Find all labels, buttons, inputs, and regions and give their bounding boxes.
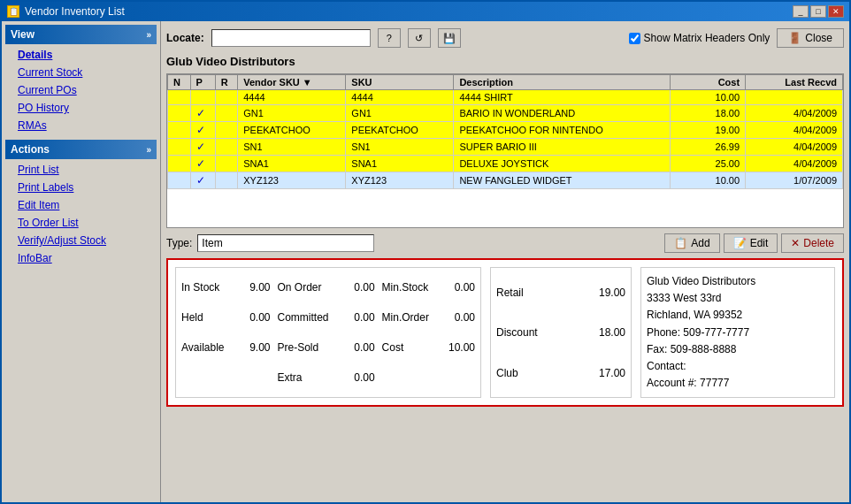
table-body: 4444 4444 4444 SHIRT 10.00 ✓ GN1 GN1 xyxy=(168,90,843,189)
club-label: Club xyxy=(496,367,556,379)
cell-sku: SNA1 xyxy=(346,156,454,172)
save-button[interactable]: 💾 xyxy=(438,28,461,48)
show-matrix-checkbox[interactable] xyxy=(629,33,640,44)
col-header-last-recvd[interactable]: Last Recvd xyxy=(746,75,843,90)
committed-value: 0.00 xyxy=(338,311,375,324)
min-order-label: Min.Order xyxy=(382,311,431,324)
cell-vendor-sku: SNA1 xyxy=(238,156,346,172)
cell-description: BARIO IN WONDERLAND xyxy=(454,105,670,122)
cell-n xyxy=(168,139,191,156)
sidebar-item-to-order-list[interactable]: To Order List xyxy=(5,214,157,232)
available-label: Available xyxy=(181,341,226,354)
help-button[interactable]: ? xyxy=(378,28,401,48)
table-row[interactable]: ✓ SN1 SN1 SUPER BARIO III 26.99 4/04/200… xyxy=(168,139,843,156)
sidebar-item-print-list[interactable]: Print List xyxy=(5,161,157,179)
edit-icon: 📝 xyxy=(733,237,747,249)
cell-cost: 25.00 xyxy=(670,156,745,172)
cell-sku: GN1 xyxy=(346,105,454,122)
retail-value: 19.00 xyxy=(571,286,625,299)
cell-sku: 4444 xyxy=(346,90,454,105)
sidebar-item-current-stock[interactable]: Current Stock xyxy=(5,64,157,81)
min-stock-label: Min.Stock xyxy=(382,281,431,294)
col-header-p[interactable]: P xyxy=(190,75,215,90)
col-header-cost[interactable]: Cost xyxy=(670,75,745,90)
sidebar-item-current-pos[interactable]: Current POs xyxy=(5,81,157,99)
sidebar-item-verify-adjust[interactable]: Verify/Adjust Stock xyxy=(5,232,157,249)
cell-cost: 18.00 xyxy=(670,105,745,122)
cell-last-recvd: 4/04/2009 xyxy=(746,122,843,139)
cell-n xyxy=(168,105,191,122)
cell-last-recvd xyxy=(746,90,843,105)
edit-label: Edit xyxy=(750,237,769,249)
view-chevron-icon: » xyxy=(146,30,151,40)
actions-chevron-icon: » xyxy=(146,145,151,155)
table-row[interactable]: 4444 4444 4444 SHIRT 10.00 xyxy=(168,90,843,105)
toolbar: Locate: ? ↺ 💾 Show Matrix Headers Only 🚪… xyxy=(166,27,844,50)
col-header-description[interactable]: Description xyxy=(454,75,670,90)
vendor-account: Account #: 77777 xyxy=(647,375,829,392)
stock-grid: In Stock 9.00 On Order 0.00 Min.Stock 0.… xyxy=(175,267,481,398)
locate-input[interactable] xyxy=(211,29,371,47)
actions-section-header[interactable]: Actions » xyxy=(5,140,157,159)
cost-label: Cost xyxy=(382,341,431,354)
locate-label: Locate: xyxy=(166,32,204,44)
cell-p: ✓ xyxy=(190,156,215,172)
close-button[interactable]: 🚪 Close xyxy=(777,28,844,48)
delete-button[interactable]: ✕ Delete xyxy=(781,233,844,253)
sidebar: View » Details Current Stock Current POs… xyxy=(2,21,161,502)
cell-vendor-sku: PEEKATCHOO xyxy=(238,122,346,139)
add-button[interactable]: 📋 Add xyxy=(664,233,719,253)
close-icon: 🚪 xyxy=(788,32,801,44)
view-section-header[interactable]: View » xyxy=(5,25,157,44)
cell-sku: XYZ123 xyxy=(346,172,454,189)
retail-label: Retail xyxy=(496,286,556,299)
vendor-fax: Fax: 509-888-8888 xyxy=(647,341,829,358)
cell-r xyxy=(215,139,238,156)
vendor-name: Glub Video Distributors xyxy=(647,273,829,290)
sidebar-item-infobar[interactable]: InfoBar xyxy=(5,249,157,267)
cost-value: 10.00 xyxy=(438,341,475,354)
table-row[interactable]: ✓ GN1 GN1 BARIO IN WONDERLAND 18.00 4/04… xyxy=(168,105,843,122)
window-close-button[interactable]: ✕ xyxy=(828,5,844,18)
title-bar: 📋 Vendor Inventory List _ □ ✕ xyxy=(2,2,849,21)
cell-n xyxy=(168,172,191,189)
col-header-vendor-sku[interactable]: Vendor SKU ▼ xyxy=(238,75,346,90)
discount-value: 18.00 xyxy=(571,326,625,339)
sidebar-item-print-labels[interactable]: Print Labels xyxy=(5,179,157,196)
edit-button[interactable]: 📝 Edit xyxy=(724,233,778,253)
cell-vendor-sku: GN1 xyxy=(238,105,346,122)
window-title: Vendor Inventory List xyxy=(25,5,125,18)
sidebar-item-po-history[interactable]: PO History xyxy=(5,99,157,117)
view-items: Details Current Stock Current POs PO His… xyxy=(5,46,157,134)
sidebar-item-edit-item[interactable]: Edit Item xyxy=(5,196,157,214)
cell-n xyxy=(168,156,191,172)
main-content: View » Details Current Stock Current POs… xyxy=(2,21,849,502)
prices-grid: Retail 19.00 Discount 18.00 Club 17.00 xyxy=(490,267,632,398)
committed-label: Committed xyxy=(278,311,331,324)
col-header-sku[interactable]: SKU xyxy=(346,75,454,90)
table-row[interactable]: ✓ SNA1 SNA1 DELUXE JOYSTICK 25.00 4/04/2… xyxy=(168,156,843,172)
col-header-r[interactable]: R xyxy=(215,75,238,90)
delete-label: Delete xyxy=(803,237,834,249)
main-window: 📋 Vendor Inventory List _ □ ✕ View » Det… xyxy=(0,0,851,504)
cell-last-recvd: 4/04/2009 xyxy=(746,156,843,172)
sidebar-item-details[interactable]: Details xyxy=(5,46,157,64)
extra-value: 0.00 xyxy=(338,371,375,384)
cell-cost: 10.00 xyxy=(670,90,745,105)
action-buttons: 📋 Add 📝 Edit ✕ Delete xyxy=(664,233,844,253)
held-value: 0.00 xyxy=(234,311,271,324)
vendor-contact: Contact: xyxy=(647,358,829,375)
cell-p: ✓ xyxy=(190,105,215,122)
sidebar-item-rmas[interactable]: RMAs xyxy=(5,117,157,134)
available-value: 9.00 xyxy=(234,341,271,354)
cell-r xyxy=(215,156,238,172)
refresh-button[interactable]: ↺ xyxy=(408,28,431,48)
table-row[interactable]: ✓ PEEKATCHOO PEEKATCHOO PEEKATCHOO FOR N… xyxy=(168,122,843,139)
type-input[interactable] xyxy=(197,234,374,252)
col-header-n[interactable]: N xyxy=(168,75,191,90)
table-row[interactable]: ✓ XYZ123 XYZ123 NEW FANGLED WIDGET 10.00… xyxy=(168,172,843,189)
vendor-address2: Richland, WA 99352 xyxy=(647,307,829,324)
action-items: Print List Print Labels Edit Item To Ord… xyxy=(5,161,157,267)
minimize-button[interactable]: _ xyxy=(793,5,809,18)
maximize-button[interactable]: □ xyxy=(810,5,826,18)
